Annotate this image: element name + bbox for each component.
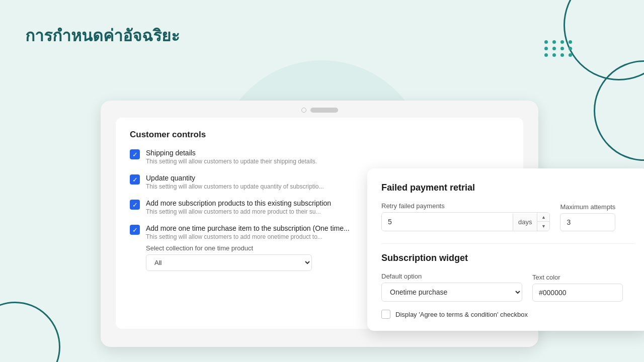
- retry-down-button[interactable]: ▼: [537, 222, 549, 231]
- bg-circle-bottom-left: [0, 302, 60, 362]
- retry-input-wrapper: days ▲ ▼: [381, 212, 550, 231]
- quantity-desc: This setting will allow customers to upd…: [146, 183, 324, 190]
- tablet-pill: [310, 108, 338, 113]
- shipping-label: Shipping details: [146, 149, 317, 157]
- retry-group: Retry failed payments days ▲ ▼: [381, 202, 550, 231]
- add-onetime-desc: This setting will allow customers to add…: [146, 233, 350, 240]
- retry-label: Retry failed payments: [381, 202, 550, 210]
- text-color-group: Text color: [532, 274, 623, 302]
- customer-controls-title: Customer controls: [130, 130, 509, 140]
- default-option-select[interactable]: Onetime purchase Subscription: [381, 283, 522, 302]
- tablet-circle: [301, 108, 306, 113]
- failed-payment-row: Retry failed payments days ▲ ▼ Maximum a…: [381, 202, 635, 231]
- select-collection-input[interactable]: All Custom: [146, 254, 312, 271]
- checkbox-quantity-box[interactable]: ✓: [130, 174, 140, 185]
- checkbox-add-subscription-box[interactable]: ✓: [130, 200, 140, 210]
- retry-input[interactable]: [382, 213, 513, 230]
- failed-payment-title: Failed payment retrial: [381, 183, 635, 193]
- add-onetime-label: Add more one time purchase item to the s…: [146, 224, 350, 232]
- right-panel: Failed payment retrial Retry failed paym…: [367, 168, 644, 331]
- shipping-desc: This setting will allow customers to upd…: [146, 158, 317, 165]
- default-option-group: Default option Onetime purchase Subscrip…: [381, 273, 522, 302]
- retry-unit: days: [513, 214, 537, 230]
- checkbox-shipping: ✓ Shipping details This setting will all…: [130, 149, 509, 165]
- add-subscription-desc: This setting will allow customers to add…: [146, 208, 331, 215]
- text-color-input[interactable]: [532, 284, 623, 302]
- retry-up-button[interactable]: ▲: [537, 213, 549, 222]
- agree-row: Display 'Agree to terms & condition' che…: [381, 310, 635, 319]
- max-attempts-label: Maximum attempts: [560, 203, 615, 211]
- checkbox-add-onetime-box[interactable]: ✓: [130, 225, 140, 235]
- max-attempts-input[interactable]: [560, 213, 615, 231]
- max-attempts-group: Maximum attempts: [560, 203, 615, 231]
- quantity-label: Update quantity: [146, 174, 324, 182]
- subscription-widget-title: Subscription widget: [381, 253, 635, 263]
- default-option-label: Default option: [381, 273, 522, 280]
- tablet-top-bar: [101, 101, 538, 118]
- subscription-widget-row: Default option Onetime purchase Subscrip…: [381, 273, 635, 302]
- text-color-label: Text color: [532, 274, 623, 281]
- add-subscription-label: Add more subscription products to this e…: [146, 199, 331, 207]
- retry-spinner: ▲ ▼: [537, 213, 549, 231]
- checkbox-shipping-box[interactable]: ✓: [130, 149, 140, 159]
- page-title: การกำหนดค่าอัจฉริยะ: [25, 23, 180, 48]
- divider: [381, 243, 635, 244]
- bg-dots: [544, 40, 574, 57]
- agree-label: Display 'Agree to terms & condition' che…: [395, 311, 528, 318]
- agree-checkbox[interactable]: [381, 310, 390, 319]
